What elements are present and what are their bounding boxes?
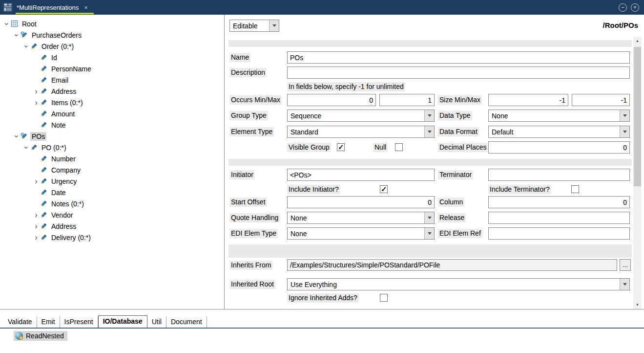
chevron-down-icon xyxy=(620,110,629,121)
chevron-down-icon[interactable] xyxy=(13,133,21,140)
vertical-scrollbar[interactable]: ▲ ▼ xyxy=(633,37,642,309)
tree-node-delivery[interactable]: Delivery (0:*) xyxy=(0,232,224,243)
start-offset-input[interactable] xyxy=(287,196,435,208)
ignore-inherited-adds-checkbox[interactable] xyxy=(380,294,388,302)
chevron-right-icon[interactable] xyxy=(32,178,40,185)
name-input[interactable] xyxy=(287,51,630,64)
tree-node-urgency[interactable]: Urgency xyxy=(0,176,224,187)
column-input[interactable] xyxy=(488,196,630,208)
tree-node-date[interactable]: Date xyxy=(0,187,224,198)
field-icon xyxy=(40,189,47,196)
visible-group-label: Visible Group xyxy=(287,143,331,152)
active-tab-underline xyxy=(16,13,94,14)
tree-node-amount[interactable]: Amount xyxy=(0,108,224,119)
chevron-down-icon[interactable] xyxy=(13,32,21,39)
chevron-down-icon[interactable] xyxy=(22,144,30,151)
document-tab-label: *MultiRepresentations xyxy=(17,4,79,11)
null-label: Null xyxy=(373,143,388,152)
tab-util[interactable]: Util xyxy=(147,316,166,328)
tree-node-pos[interactable]: POs xyxy=(0,131,224,142)
chevron-right-icon[interactable] xyxy=(32,234,40,241)
tree-node-label: Number xyxy=(50,154,77,163)
root-icon xyxy=(11,20,18,27)
decimal-places-input[interactable] xyxy=(488,141,630,154)
terminator-input[interactable] xyxy=(488,169,630,181)
element-type-label: Element Type xyxy=(229,127,274,136)
tab-emit[interactable]: Emit xyxy=(37,316,60,328)
tree-node-label: Address xyxy=(50,87,78,96)
chevron-down-icon xyxy=(424,212,434,223)
tree-node-root[interactable]: Root xyxy=(0,18,224,29)
main-divider xyxy=(0,309,644,316)
tab-document[interactable]: Document xyxy=(166,316,207,328)
scrollbar-down-icon[interactable]: ▼ xyxy=(633,301,642,309)
tree-node-label: Vendor xyxy=(50,211,74,220)
null-checkbox[interactable] xyxy=(395,143,403,151)
window-controls: − + xyxy=(619,3,644,12)
scrollbar-thumb[interactable] xyxy=(634,47,641,186)
tab-close-icon[interactable]: × xyxy=(84,4,88,11)
visible-group-checkbox[interactable] xyxy=(337,143,345,151)
method-item[interactable]: ReadNested xyxy=(14,331,67,341)
occurs-min-input[interactable] xyxy=(287,94,376,106)
tree-node-label: Amount xyxy=(50,110,76,118)
initiator-input[interactable] xyxy=(287,169,435,181)
bottom-tabs: Validate Emit IsPresent IO/Database Util… xyxy=(0,316,644,329)
size-min-input[interactable] xyxy=(488,94,568,106)
tree-node-notes[interactable]: Notes (0:*) xyxy=(0,198,224,209)
group-type-value: Sequence xyxy=(288,112,424,120)
tree-node-vendor[interactable]: Vendor xyxy=(0,209,224,221)
data-type-combo[interactable]: None xyxy=(488,110,630,122)
tree-node-address2[interactable]: Address xyxy=(0,221,224,232)
tree-node-email[interactable]: Email xyxy=(0,74,224,86)
tree-node-label: Email xyxy=(50,76,70,85)
minimize-button[interactable]: − xyxy=(619,3,627,12)
group-type-combo[interactable]: Sequence xyxy=(287,110,435,122)
chevron-right-icon[interactable] xyxy=(32,223,40,230)
tree-node-label: Notes (0:*) xyxy=(50,199,85,208)
description-input[interactable] xyxy=(287,66,630,79)
release-input[interactable] xyxy=(488,212,630,224)
tab-io-database[interactable]: IO/Database xyxy=(98,315,147,328)
tree-node-order[interactable]: Order (0:*) xyxy=(0,41,224,52)
occurs-max-input[interactable] xyxy=(379,94,435,106)
inherits-from-input[interactable] xyxy=(287,259,617,271)
edit-mode-combo[interactable]: Editable xyxy=(229,20,279,32)
edi-elem-ref-input[interactable] xyxy=(488,227,630,240)
edi-elem-type-combo[interactable]: None xyxy=(287,227,435,240)
tree-node-personname[interactable]: PersonName xyxy=(0,63,224,74)
scrollbar-up-icon[interactable]: ▲ xyxy=(633,37,642,45)
tree-node-items[interactable]: Items (0:*) xyxy=(0,97,224,108)
tree-node-purchaseorders[interactable]: PurchaseOrders xyxy=(0,29,224,41)
chevron-down-icon[interactable] xyxy=(3,21,11,27)
document-tab[interactable]: *MultiRepresentations × xyxy=(16,0,94,15)
size-max-input[interactable] xyxy=(572,94,630,106)
start-offset-label: Start Offset xyxy=(229,198,267,207)
tree-node-po[interactable]: PO (0:*) xyxy=(0,142,224,153)
tab-ispresent[interactable]: IsPresent xyxy=(60,316,98,328)
tree-node-address[interactable]: Address xyxy=(0,86,224,97)
quote-handling-combo[interactable]: None xyxy=(287,212,435,224)
inherited-root-combo[interactable]: Use Everything xyxy=(287,278,630,290)
chevron-right-icon[interactable] xyxy=(32,88,40,95)
chevron-down-icon[interactable] xyxy=(22,43,30,50)
chevron-right-icon[interactable] xyxy=(32,212,40,219)
tree-node-number[interactable]: Number xyxy=(0,153,224,164)
tree-node-id[interactable]: Id xyxy=(0,52,224,63)
chevron-down-icon xyxy=(424,126,434,137)
maximize-button[interactable]: + xyxy=(631,3,639,12)
field-icon xyxy=(40,200,47,207)
include-initiator-checkbox[interactable] xyxy=(380,185,388,193)
chevron-right-icon[interactable] xyxy=(32,99,40,106)
include-terminator-checkbox[interactable] xyxy=(571,185,579,193)
method-icon xyxy=(15,332,23,340)
data-format-combo[interactable]: Default xyxy=(488,126,630,138)
tab-validate[interactable]: Validate xyxy=(3,316,37,328)
tree-node-label: Note xyxy=(50,121,67,130)
titlebar: *MultiRepresentations × − + xyxy=(0,0,644,15)
element-type-combo[interactable]: Standard xyxy=(287,126,435,138)
section-separator xyxy=(229,244,632,258)
tree-node-company[interactable]: Company xyxy=(0,164,224,176)
tree-node-note[interactable]: Note xyxy=(0,119,224,131)
browse-button[interactable]: ... xyxy=(620,259,631,271)
